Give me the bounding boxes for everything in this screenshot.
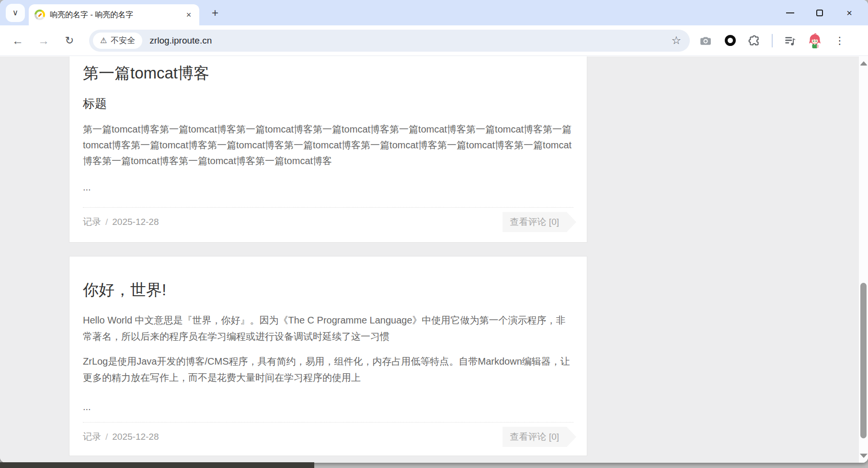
post-subtitle: 标题	[83, 96, 573, 111]
plus-icon: +	[212, 6, 218, 20]
url-text[interactable]: zrlog.iproute.cn	[149, 35, 212, 46]
reload-icon: ↻	[65, 34, 74, 47]
post-meta-left: 记录 / 2025-12-28	[83, 216, 159, 228]
maximize-button[interactable]	[805, 0, 834, 25]
scroll-down-arrow-icon[interactable]	[860, 454, 868, 458]
meta-separator: /	[105, 217, 108, 227]
category-link[interactable]: 记录	[83, 431, 101, 443]
forward-icon: →	[38, 34, 49, 47]
warning-icon: ⚠	[100, 37, 107, 45]
forward-button[interactable]: →	[34, 32, 53, 50]
tab-search-button[interactable]: ∨	[6, 4, 25, 22]
close-button[interactable]: ×	[834, 0, 864, 25]
titlebar: ∨ 响亮的名字 - 响亮的名字 × + ×	[0, 0, 868, 25]
desktop-taskbar-strip	[0, 462, 314, 468]
new-tab-button[interactable]: +	[206, 4, 224, 22]
toolbar-right: ⋮	[698, 33, 847, 48]
camera-extension-icon[interactable]	[698, 33, 713, 48]
post-date: 2025-12-28	[112, 432, 159, 442]
profile-avatar[interactable]	[807, 33, 822, 48]
post-meta-left: 记录 / 2025-12-28	[83, 431, 159, 443]
security-label: 不安全	[111, 35, 135, 46]
browser-menu-button[interactable]: ⋮	[833, 33, 847, 48]
back-button[interactable]: ←	[9, 32, 27, 50]
maximize-icon	[816, 10, 823, 16]
post-title-link[interactable]: 你好，世界!	[83, 280, 573, 300]
post-card: 第一篇tomcat博客 标题 第一篇tomcat博客第一篇tomcat博客第一篇…	[69, 56, 587, 243]
page-content: 第一篇tomcat博客 标题 第一篇tomcat博客第一篇tomcat博客第一篇…	[0, 56, 868, 463]
post-meta: 记录 / 2025-12-28 查看评论 [0]	[83, 208, 573, 236]
post-meta: 记录 / 2025-12-28 查看评论 [0]	[83, 423, 573, 451]
view-comments-link[interactable]: 查看评论 [0]	[503, 212, 567, 232]
meta-separator: /	[105, 432, 108, 442]
security-chip[interactable]: ⚠ 不安全	[93, 33, 142, 49]
browser-toolbar: ← → ↻ ⚠ 不安全 zrlog.iproute.cn ☆	[0, 25, 868, 56]
scrollbar-thumb[interactable]	[860, 283, 867, 438]
post-card: 你好，世界! Hello World 中文意思是『世界，你好』。因为《The C…	[69, 256, 587, 456]
post-date: 2025-12-28	[112, 217, 159, 227]
post-ellipsis: ...	[83, 182, 573, 192]
three-dots-icon: ⋮	[835, 35, 845, 46]
post-ellipsis: ...	[83, 402, 573, 412]
tab-close-icon[interactable]: ×	[182, 8, 195, 22]
back-icon: ←	[12, 34, 23, 47]
minimize-button[interactable]	[775, 0, 805, 25]
browser-window: ∨ 响亮的名字 - 响亮的名字 × + × ← → ↻ ⚠ 不安全 zrlog.…	[0, 0, 868, 463]
post-body-text: Hello World 中文意思是『世界，你好』。因为《The C Progra…	[83, 312, 573, 345]
media-controls-icon[interactable]	[783, 33, 797, 48]
address-bar[interactable]: ⚠ 不安全 zrlog.iproute.cn ☆	[89, 30, 690, 52]
category-link[interactable]: 记录	[83, 216, 101, 228]
tab-title: 响亮的名字 - 响亮的名字	[50, 10, 182, 20]
minimize-icon	[786, 12, 794, 13]
close-icon: ×	[846, 8, 852, 18]
post-body-text: ZrLog是使用Java开发的博客/CMS程序，具有简约，易用，组件化，内存占用…	[83, 353, 573, 386]
scroll-up-arrow-icon[interactable]	[860, 61, 868, 66]
zrlog-favicon-icon	[34, 10, 45, 20]
extensions-puzzle-icon[interactable]	[747, 33, 762, 48]
window-controls: ×	[775, 0, 868, 25]
bookmark-star-icon[interactable]: ☆	[669, 34, 683, 47]
post-body-text: 第一篇tomcat博客第一篇tomcat博客第一篇tomcat博客第一篇tomc…	[83, 122, 573, 169]
reload-button[interactable]: ↻	[60, 32, 79, 50]
ring-extension-icon[interactable]	[723, 33, 737, 48]
chevron-down-icon: ∨	[12, 8, 18, 18]
browser-tab[interactable]: 响亮的名字 - 响亮的名字 ×	[29, 4, 199, 25]
toolbar-separator	[772, 34, 773, 47]
view-comments-link[interactable]: 查看评论 [0]	[503, 427, 567, 447]
vertical-scrollbar[interactable]	[858, 56, 868, 463]
post-title-link[interactable]: 第一篇tomcat博客	[83, 64, 573, 83]
